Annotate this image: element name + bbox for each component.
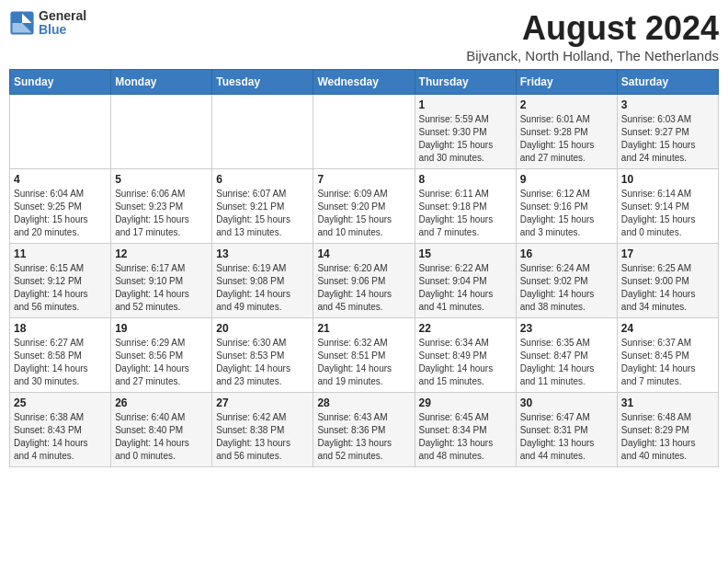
day-info: Sunrise: 6:15 AM Sunset: 9:12 PM Dayligh…: [14, 262, 107, 314]
day-info: Sunrise: 6:20 AM Sunset: 9:06 PM Dayligh…: [317, 262, 410, 314]
day-info: Sunrise: 6:38 AM Sunset: 8:43 PM Dayligh…: [14, 411, 107, 463]
day-number: 23: [520, 322, 613, 335]
calendar-day-cell: 20Sunrise: 6:30 AM Sunset: 8:53 PM Dayli…: [212, 318, 313, 393]
day-info: Sunrise: 6:01 AM Sunset: 9:28 PM Dayligh…: [520, 113, 613, 165]
weekday-header-cell: Thursday: [415, 70, 516, 95]
calendar-day-cell: 24Sunrise: 6:37 AM Sunset: 8:45 PM Dayli…: [617, 318, 718, 393]
day-number: 16: [520, 247, 613, 260]
calendar-day-cell: 15Sunrise: 6:22 AM Sunset: 9:04 PM Dayli…: [415, 244, 516, 318]
logo-icon: [9, 10, 35, 36]
day-info: Sunrise: 6:40 AM Sunset: 8:40 PM Dayligh…: [115, 411, 208, 463]
calendar-day-cell: 30Sunrise: 6:47 AM Sunset: 8:31 PM Dayli…: [516, 393, 617, 467]
calendar-day-cell: 28Sunrise: 6:43 AM Sunset: 8:36 PM Dayli…: [313, 393, 415, 467]
weekday-header-cell: Sunday: [10, 70, 111, 95]
day-info: Sunrise: 6:11 AM Sunset: 9:18 PM Dayligh…: [419, 188, 512, 239]
day-info: Sunrise: 6:07 AM Sunset: 9:21 PM Dayligh…: [216, 188, 309, 239]
calendar-day-cell: 6Sunrise: 6:07 AM Sunset: 9:21 PM Daylig…: [212, 169, 313, 244]
day-number: 4: [14, 173, 107, 186]
day-number: 29: [419, 396, 512, 409]
day-info: Sunrise: 6:04 AM Sunset: 9:25 PM Dayligh…: [14, 188, 107, 239]
calendar-day-cell: [212, 95, 313, 169]
day-info: Sunrise: 6:29 AM Sunset: 8:56 PM Dayligh…: [115, 337, 208, 388]
day-number: 2: [520, 98, 613, 111]
calendar-day-cell: 13Sunrise: 6:19 AM Sunset: 9:08 PM Dayli…: [212, 244, 313, 318]
day-number: 26: [115, 396, 208, 409]
calendar-day-cell: [111, 95, 212, 169]
day-number: 7: [317, 173, 410, 186]
calendar-day-cell: 27Sunrise: 6:42 AM Sunset: 8:38 PM Dayli…: [212, 393, 313, 467]
day-info: Sunrise: 5:59 AM Sunset: 9:30 PM Dayligh…: [419, 113, 512, 165]
calendar-day-cell: 26Sunrise: 6:40 AM Sunset: 8:40 PM Dayli…: [111, 393, 212, 467]
calendar-day-cell: 9Sunrise: 6:12 AM Sunset: 9:16 PM Daylig…: [516, 169, 617, 244]
day-info: Sunrise: 6:45 AM Sunset: 8:34 PM Dayligh…: [419, 411, 512, 463]
day-info: Sunrise: 6:43 AM Sunset: 8:36 PM Dayligh…: [317, 411, 410, 463]
day-number: 18: [14, 322, 107, 335]
day-number: 8: [419, 173, 512, 186]
day-number: 5: [115, 173, 208, 186]
calendar-week-row: 18Sunrise: 6:27 AM Sunset: 8:58 PM Dayli…: [10, 318, 719, 393]
calendar-day-cell: 10Sunrise: 6:14 AM Sunset: 9:14 PM Dayli…: [617, 169, 718, 244]
day-number: 21: [317, 322, 410, 335]
day-number: 30: [520, 396, 613, 409]
weekday-header-cell: Friday: [516, 70, 617, 95]
calendar-day-cell: 18Sunrise: 6:27 AM Sunset: 8:58 PM Dayli…: [10, 318, 111, 393]
day-info: Sunrise: 6:12 AM Sunset: 9:16 PM Dayligh…: [520, 188, 613, 239]
calendar-day-cell: 12Sunrise: 6:17 AM Sunset: 9:10 PM Dayli…: [111, 244, 212, 318]
day-info: Sunrise: 6:30 AM Sunset: 8:53 PM Dayligh…: [216, 337, 309, 388]
calendar-week-row: 1Sunrise: 5:59 AM Sunset: 9:30 PM Daylig…: [10, 95, 719, 169]
title-area: August 2024 Bijvanck, North Holland, The…: [466, 9, 719, 63]
day-number: 1: [419, 98, 512, 111]
day-info: Sunrise: 6:27 AM Sunset: 8:58 PM Dayligh…: [14, 337, 107, 388]
calendar-day-cell: 14Sunrise: 6:20 AM Sunset: 9:06 PM Dayli…: [313, 244, 415, 318]
subtitle: Bijvanck, North Holland, The Netherlands: [466, 48, 719, 63]
calendar-week-row: 11Sunrise: 6:15 AM Sunset: 9:12 PM Dayli…: [10, 244, 719, 318]
day-number: 22: [419, 322, 512, 335]
day-info: Sunrise: 6:37 AM Sunset: 8:45 PM Dayligh…: [621, 337, 714, 388]
day-number: 28: [317, 396, 410, 409]
day-number: 31: [621, 396, 714, 409]
day-info: Sunrise: 6:03 AM Sunset: 9:27 PM Dayligh…: [621, 113, 714, 165]
day-number: 12: [115, 247, 208, 260]
day-info: Sunrise: 6:34 AM Sunset: 8:49 PM Dayligh…: [419, 337, 512, 388]
day-info: Sunrise: 6:25 AM Sunset: 9:00 PM Dayligh…: [621, 262, 714, 314]
day-info: Sunrise: 6:42 AM Sunset: 8:38 PM Dayligh…: [216, 411, 309, 463]
calendar-day-cell: 2Sunrise: 6:01 AM Sunset: 9:28 PM Daylig…: [516, 95, 617, 169]
calendar-day-cell: 11Sunrise: 6:15 AM Sunset: 9:12 PM Dayli…: [10, 244, 111, 318]
logo-text: General Blue: [39, 9, 86, 38]
day-number: 20: [216, 322, 309, 335]
calendar-day-cell: 5Sunrise: 6:06 AM Sunset: 9:23 PM Daylig…: [111, 169, 212, 244]
weekday-header-cell: Tuesday: [212, 70, 313, 95]
weekday-header-cell: Wednesday: [313, 70, 415, 95]
calendar-day-cell: 8Sunrise: 6:11 AM Sunset: 9:18 PM Daylig…: [415, 169, 516, 244]
weekday-header-cell: Monday: [111, 70, 212, 95]
day-number: 17: [621, 247, 714, 260]
day-number: 19: [115, 322, 208, 335]
calendar-day-cell: 23Sunrise: 6:35 AM Sunset: 8:47 PM Dayli…: [516, 318, 617, 393]
calendar-day-cell: 7Sunrise: 6:09 AM Sunset: 9:20 PM Daylig…: [313, 169, 415, 244]
calendar-week-row: 4Sunrise: 6:04 AM Sunset: 9:25 PM Daylig…: [10, 169, 719, 244]
calendar-day-cell: 17Sunrise: 6:25 AM Sunset: 9:00 PM Dayli…: [617, 244, 718, 318]
day-number: 11: [14, 247, 107, 260]
day-info: Sunrise: 6:09 AM Sunset: 9:20 PM Dayligh…: [317, 188, 410, 239]
day-number: 14: [317, 247, 410, 260]
calendar-day-cell: 25Sunrise: 6:38 AM Sunset: 8:43 PM Dayli…: [10, 393, 111, 467]
calendar-week-row: 25Sunrise: 6:38 AM Sunset: 8:43 PM Dayli…: [10, 393, 719, 467]
day-number: 27: [216, 396, 309, 409]
calendar-day-cell: 3Sunrise: 6:03 AM Sunset: 9:27 PM Daylig…: [617, 95, 718, 169]
weekday-header-row: SundayMondayTuesdayWednesdayThursdayFrid…: [10, 70, 719, 95]
calendar-day-cell: 16Sunrise: 6:24 AM Sunset: 9:02 PM Dayli…: [516, 244, 617, 318]
calendar-day-cell: 21Sunrise: 6:32 AM Sunset: 8:51 PM Dayli…: [313, 318, 415, 393]
day-number: 25: [14, 396, 107, 409]
day-info: Sunrise: 6:48 AM Sunset: 8:29 PM Dayligh…: [621, 411, 714, 463]
calendar-day-cell: 22Sunrise: 6:34 AM Sunset: 8:49 PM Dayli…: [415, 318, 516, 393]
day-number: 9: [520, 173, 613, 186]
calendar-day-cell: [313, 95, 415, 169]
weekday-header-cell: Saturday: [617, 70, 718, 95]
day-number: 13: [216, 247, 309, 260]
day-number: 10: [621, 173, 714, 186]
day-info: Sunrise: 6:47 AM Sunset: 8:31 PM Dayligh…: [520, 411, 613, 463]
calendar-day-cell: 4Sunrise: 6:04 AM Sunset: 9:25 PM Daylig…: [10, 169, 111, 244]
calendar-body: 1Sunrise: 5:59 AM Sunset: 9:30 PM Daylig…: [10, 95, 719, 467]
day-number: 6: [216, 173, 309, 186]
calendar-day-cell: [10, 95, 111, 169]
